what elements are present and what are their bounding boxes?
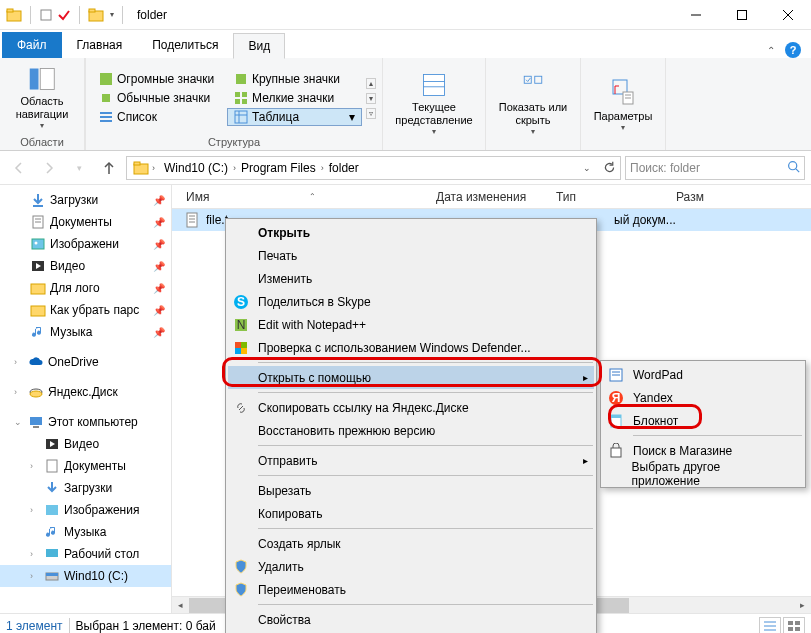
pin-icon: 📌 bbox=[153, 239, 165, 250]
nav-pane-button[interactable]: Область навигации ▾ bbox=[6, 64, 78, 132]
context-yandex-link[interactable]: Скопировать ссылку на Яндекс.Диске bbox=[228, 396, 594, 419]
sidebar-item-video[interactable]: Видео📌 bbox=[0, 255, 171, 277]
context-delete[interactable]: Удалить bbox=[228, 555, 594, 578]
context-rename[interactable]: Переименовать bbox=[228, 578, 594, 601]
tab-share[interactable]: Поделиться bbox=[137, 32, 233, 58]
details-view-icon[interactable] bbox=[759, 617, 781, 634]
maximize-button[interactable] bbox=[719, 0, 765, 30]
expand-icon[interactable]: › bbox=[14, 387, 24, 397]
sidebar-item-music[interactable]: Музыка📌 bbox=[0, 321, 171, 343]
breadcrumb-drive[interactable]: Wind10 (C:) bbox=[160, 161, 232, 175]
sidebar-item-downloads[interactable]: Загрузки📌 bbox=[0, 189, 171, 211]
sidebar-item-documents[interactable]: Документы📌 bbox=[0, 211, 171, 233]
sidebar-item-yandex-disk[interactable]: ›Яндекс.Диск bbox=[0, 381, 171, 403]
sidebar-item-images[interactable]: Изображени📌 bbox=[0, 233, 171, 255]
address-dropdown-button[interactable]: ⌄ bbox=[576, 157, 598, 179]
help-icon[interactable]: ? bbox=[785, 42, 801, 58]
context-send-to[interactable]: Отправить▸ bbox=[228, 449, 594, 472]
forward-button[interactable] bbox=[36, 155, 62, 181]
sidebar-item-downloads[interactable]: Загрузки bbox=[0, 477, 171, 499]
store-icon bbox=[608, 443, 624, 459]
scroll-down-icon[interactable]: ▾ bbox=[366, 93, 376, 104]
up-button[interactable] bbox=[96, 155, 122, 181]
context-defender[interactable]: Проверка с использованием Windows Defend… bbox=[228, 336, 594, 359]
layout-extra-large-icons[interactable]: Огромные значки bbox=[92, 70, 227, 88]
tab-view[interactable]: Вид bbox=[233, 33, 285, 59]
ribbon-group-label: Структура bbox=[92, 136, 376, 150]
submenu-yandex[interactable]: ЯYandex bbox=[603, 386, 803, 409]
show-hide-button[interactable]: Показать или скрыть ▾ bbox=[492, 70, 574, 138]
search-input[interactable]: Поиск: folder bbox=[625, 156, 805, 180]
nav-pane-icon bbox=[26, 65, 58, 93]
sidebar-item-desktop[interactable]: ›Рабочий стол bbox=[0, 543, 171, 565]
address-bar[interactable]: › Wind10 (C:)› Program Files› folder ⌄ bbox=[126, 156, 621, 180]
sidebar-item-onedrive[interactable]: ›OneDrive bbox=[0, 351, 171, 373]
context-properties[interactable]: Свойства bbox=[228, 608, 594, 631]
qat-properties-icon[interactable] bbox=[39, 8, 53, 22]
svg-rect-21 bbox=[235, 111, 247, 123]
expand-icon[interactable]: ▿ bbox=[366, 108, 376, 119]
context-open[interactable]: Открыть bbox=[228, 221, 594, 244]
svg-rect-10 bbox=[40, 69, 54, 90]
back-button[interactable] bbox=[6, 155, 32, 181]
options-button[interactable]: Параметры ▾ bbox=[587, 70, 659, 138]
refresh-button[interactable] bbox=[598, 157, 620, 179]
qat-checked-icon[interactable] bbox=[57, 8, 71, 22]
sidebar-item-howto[interactable]: Как убрать парс📌 bbox=[0, 299, 171, 321]
sidebar-item-video[interactable]: Видео bbox=[0, 433, 171, 455]
breadcrumb-root[interactable]: › bbox=[129, 160, 160, 176]
submenu-notepad[interactable]: Блокнот bbox=[603, 409, 803, 432]
sidebar-item-for-logo[interactable]: Для лого📌 bbox=[0, 277, 171, 299]
layout-small-icons[interactable]: Мелкие значки bbox=[227, 89, 362, 107]
column-type[interactable]: Тип bbox=[548, 190, 668, 204]
tab-file[interactable]: Файл bbox=[2, 32, 62, 58]
context-notepadpp[interactable]: NEdit with Notepad++ bbox=[228, 313, 594, 336]
expand-icon[interactable]: › bbox=[30, 505, 40, 515]
context-shortcut[interactable]: Создать ярлык bbox=[228, 532, 594, 555]
layout-large-icons[interactable]: Крупные значки bbox=[227, 70, 362, 88]
layout-list[interactable]: Список bbox=[92, 108, 227, 126]
submenu-wordpad[interactable]: WordPad bbox=[603, 363, 803, 386]
expand-icon[interactable]: › bbox=[30, 549, 40, 559]
context-print[interactable]: Печать bbox=[228, 244, 594, 267]
dropdown-arrow-icon[interactable]: ▾ bbox=[110, 10, 114, 19]
sidebar-item-this-pc[interactable]: ⌄Этот компьютер bbox=[0, 411, 171, 433]
context-copy[interactable]: Копировать bbox=[228, 502, 594, 525]
dropdown-arrow-icon: ▾ bbox=[531, 127, 535, 137]
sidebar-item-images[interactable]: ›Изображения bbox=[0, 499, 171, 521]
sidebar-item-documents[interactable]: ›Документы bbox=[0, 455, 171, 477]
context-restore[interactable]: Восстановить прежнюю версию bbox=[228, 419, 594, 442]
expand-icon[interactable]: › bbox=[30, 571, 40, 581]
expand-icon[interactable]: › bbox=[14, 357, 24, 367]
breadcrumb-program-files[interactable]: Program Files bbox=[237, 161, 320, 175]
sidebar-item-drive-c[interactable]: ›Wind10 (C:) bbox=[0, 565, 171, 587]
column-name[interactable]: Имя⌃ bbox=[178, 190, 428, 204]
yandex-icon: Я bbox=[608, 390, 624, 406]
window-title: folder bbox=[137, 8, 167, 22]
layout-medium-icons[interactable]: Обычные значки bbox=[92, 89, 227, 107]
expand-icon[interactable]: › bbox=[30, 461, 40, 471]
column-date[interactable]: Дата изменения bbox=[428, 190, 548, 204]
sidebar-item-music[interactable]: Музыка bbox=[0, 521, 171, 543]
close-button[interactable] bbox=[765, 0, 811, 30]
button-label: Параметры bbox=[594, 110, 653, 123]
current-view-button[interactable]: Текущее представление ▾ bbox=[389, 70, 479, 138]
scroll-right-icon[interactable]: ▸ bbox=[794, 598, 811, 613]
layout-details[interactable]: Таблица▾ bbox=[227, 108, 362, 126]
scroll-left-icon[interactable]: ◂ bbox=[172, 598, 189, 613]
collapse-icon[interactable]: ⌄ bbox=[14, 417, 24, 427]
context-cut[interactable]: Вырезать bbox=[228, 479, 594, 502]
thumbnail-view-icon[interactable] bbox=[783, 617, 805, 634]
breadcrumb-folder[interactable]: folder bbox=[325, 161, 363, 175]
collapse-ribbon-icon[interactable]: ⌃ bbox=[767, 45, 775, 56]
context-skype[interactable]: SПоделиться в Skype bbox=[228, 290, 594, 313]
scroll-up-icon[interactable]: ▴ bbox=[366, 78, 376, 89]
submenu-other-app[interactable]: Выбрать другое приложение bbox=[603, 462, 803, 485]
minimize-button[interactable] bbox=[673, 0, 719, 30]
context-edit[interactable]: Изменить bbox=[228, 267, 594, 290]
context-open-with[interactable]: Открыть с помощью▸ bbox=[228, 366, 594, 389]
recent-locations-button[interactable]: ▾ bbox=[66, 155, 92, 181]
chevron-right-icon[interactable]: › bbox=[151, 163, 156, 173]
column-size[interactable]: Разм bbox=[668, 190, 712, 204]
tab-home[interactable]: Главная bbox=[62, 32, 138, 58]
